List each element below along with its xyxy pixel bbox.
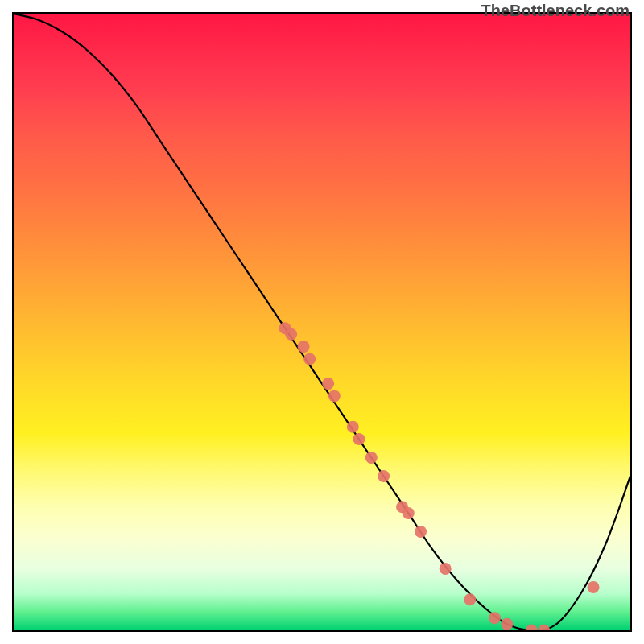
chart-container: TheBottleneck.com (0, 0, 644, 644)
attribution-text: TheBottleneck.com (481, 2, 630, 20)
data-point (303, 353, 316, 365)
data-point (347, 421, 359, 433)
data-point (440, 563, 452, 575)
data-point (322, 378, 334, 390)
data-point (526, 625, 538, 631)
data-point (285, 328, 297, 341)
data-point (489, 612, 501, 624)
data-point (378, 470, 390, 482)
data-point (588, 581, 600, 593)
data-point (298, 341, 310, 353)
data-point (328, 390, 341, 402)
scatter-points (279, 322, 600, 630)
data-point (365, 452, 378, 464)
plot-area (12, 12, 632, 632)
data-point (353, 433, 365, 445)
chart-svg (14, 14, 630, 630)
data-point (501, 618, 513, 630)
data-point (464, 593, 476, 605)
data-point (415, 526, 427, 538)
bottleneck-curve (14, 14, 630, 630)
data-point (402, 507, 415, 519)
data-point (538, 625, 550, 631)
